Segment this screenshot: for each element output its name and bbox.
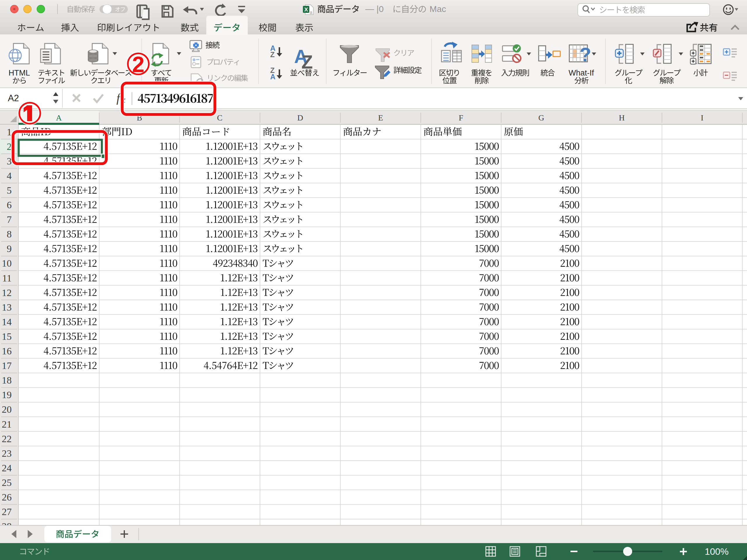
- svg-text:2: 2: [132, 52, 145, 77]
